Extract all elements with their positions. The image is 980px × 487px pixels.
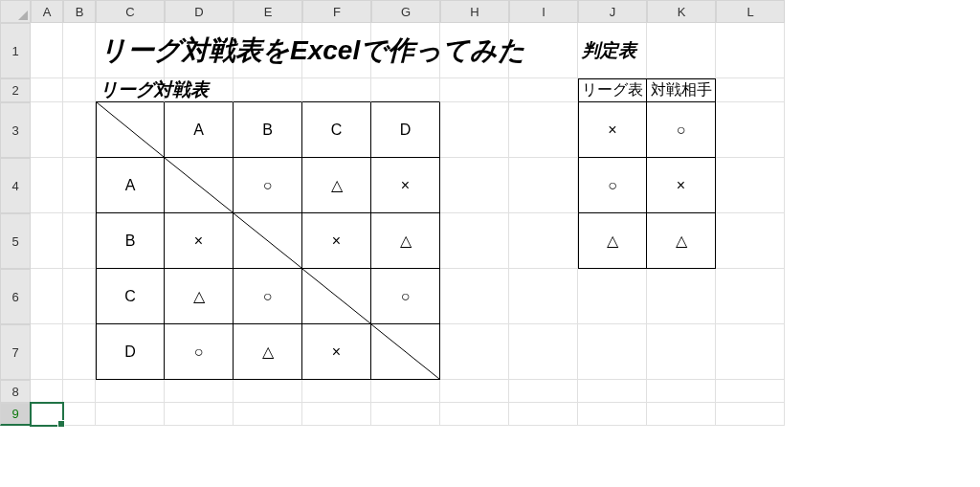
cell-J6[interactable] (578, 269, 647, 324)
cell-B5[interactable] (63, 213, 96, 269)
cell-K2[interactable]: 対戦相手 (647, 78, 716, 102)
col-header-L[interactable]: L (716, 0, 785, 23)
cell-E8[interactable] (234, 380, 302, 403)
cell-J8[interactable] (578, 380, 647, 403)
cell-C5[interactable]: B (96, 213, 165, 269)
cell-F9[interactable] (302, 403, 371, 426)
cell-J5[interactable]: △ (578, 213, 647, 269)
cell-K8[interactable] (647, 380, 716, 403)
col-header-G[interactable]: G (371, 0, 440, 23)
cell-A8[interactable] (31, 380, 63, 403)
cell-K1[interactable] (647, 23, 716, 78)
col-header-A[interactable]: A (31, 0, 63, 23)
cell-C3[interactable] (96, 102, 165, 158)
cell-I3[interactable] (509, 102, 578, 158)
cell-C6[interactable]: C (96, 269, 165, 324)
cell-L8[interactable] (716, 380, 785, 403)
col-header-J[interactable]: J (578, 0, 647, 23)
cell-D7[interactable]: ○ (165, 324, 234, 380)
col-header-K[interactable]: K (647, 0, 716, 23)
cell-A3[interactable] (31, 102, 63, 158)
cell-L7[interactable] (716, 324, 785, 380)
row-header-5[interactable]: 5 (0, 213, 31, 269)
cell-K6[interactable] (647, 269, 716, 324)
cell-H5[interactable] (440, 213, 509, 269)
spreadsheet-grid[interactable]: A B C D E F G H I J K L 1 リーグ対戦表をExcelで作… (0, 0, 785, 426)
cell-C7[interactable]: D (96, 324, 165, 380)
cell-A6[interactable] (31, 269, 63, 324)
cell-I6[interactable] (509, 269, 578, 324)
row-header-1[interactable]: 1 (0, 23, 31, 78)
cell-E9[interactable] (234, 403, 302, 426)
cell-C2[interactable]: リーグ対戦表 (96, 78, 165, 102)
cell-I5[interactable] (509, 213, 578, 269)
select-all-corner[interactable] (0, 0, 31, 23)
cell-C9[interactable] (96, 403, 165, 426)
cell-B6[interactable] (63, 269, 96, 324)
cell-H7[interactable] (440, 324, 509, 380)
cell-D3[interactable]: A (165, 102, 234, 158)
row-header-2[interactable]: 2 (0, 78, 31, 102)
cell-E6[interactable]: ○ (234, 269, 302, 324)
cell-G8[interactable] (371, 380, 440, 403)
cell-B9[interactable] (63, 403, 96, 426)
cell-G9[interactable] (371, 403, 440, 426)
cell-A7[interactable] (31, 324, 63, 380)
cell-I9[interactable] (509, 403, 578, 426)
col-header-C[interactable]: C (96, 0, 165, 23)
cell-E2[interactable] (234, 78, 302, 102)
cell-D8[interactable] (165, 380, 234, 403)
cell-H9[interactable] (440, 403, 509, 426)
cell-B4[interactable] (63, 158, 96, 213)
cell-E5[interactable] (234, 213, 302, 269)
cell-J4[interactable]: ○ (578, 158, 647, 213)
cell-B3[interactable] (63, 102, 96, 158)
cell-B7[interactable] (63, 324, 96, 380)
cell-L5[interactable] (716, 213, 785, 269)
cell-K3[interactable]: ○ (647, 102, 716, 158)
cell-J3[interactable]: × (578, 102, 647, 158)
row-header-6[interactable]: 6 (0, 269, 31, 324)
cell-C1[interactable]: リーグ対戦表をExcelで作ってみた (96, 23, 165, 78)
cell-H3[interactable] (440, 102, 509, 158)
cell-J2[interactable]: リーグ表 (578, 78, 647, 102)
col-header-B[interactable]: B (63, 0, 96, 23)
cell-H4[interactable] (440, 158, 509, 213)
cell-L6[interactable] (716, 269, 785, 324)
col-header-I[interactable]: I (509, 0, 578, 23)
col-header-D[interactable]: D (165, 0, 234, 23)
cell-G3[interactable]: D (371, 102, 440, 158)
cell-C8[interactable] (96, 380, 165, 403)
cell-D9[interactable] (165, 403, 234, 426)
cell-G2[interactable] (371, 78, 440, 102)
cell-J9[interactable] (578, 403, 647, 426)
cell-E3[interactable]: B (234, 102, 302, 158)
cell-F6[interactable] (302, 269, 371, 324)
cell-G4[interactable]: × (371, 158, 440, 213)
cell-D5[interactable]: × (165, 213, 234, 269)
cell-B2[interactable] (63, 78, 96, 102)
cell-E7[interactable]: △ (234, 324, 302, 380)
cell-I2[interactable] (509, 78, 578, 102)
cell-D6[interactable]: △ (165, 269, 234, 324)
cell-K9[interactable] (647, 403, 716, 426)
cell-B8[interactable] (63, 380, 96, 403)
cell-J7[interactable] (578, 324, 647, 380)
cell-A5[interactable] (31, 213, 63, 269)
cell-G5[interactable]: △ (371, 213, 440, 269)
col-header-F[interactable]: F (302, 0, 371, 23)
cell-E4[interactable]: ○ (234, 158, 302, 213)
cell-F2[interactable] (302, 78, 371, 102)
cell-H8[interactable] (440, 380, 509, 403)
col-header-E[interactable]: E (234, 0, 302, 23)
row-header-7[interactable]: 7 (0, 324, 31, 380)
row-header-3[interactable]: 3 (0, 102, 31, 158)
row-header-8[interactable]: 8 (0, 380, 31, 403)
col-header-H[interactable]: H (440, 0, 509, 23)
cell-H6[interactable] (440, 269, 509, 324)
cell-L2[interactable] (716, 78, 785, 102)
cell-G6[interactable]: ○ (371, 269, 440, 324)
cell-C4[interactable]: A (96, 158, 165, 213)
cell-A4[interactable] (31, 158, 63, 213)
cell-F8[interactable] (302, 380, 371, 403)
